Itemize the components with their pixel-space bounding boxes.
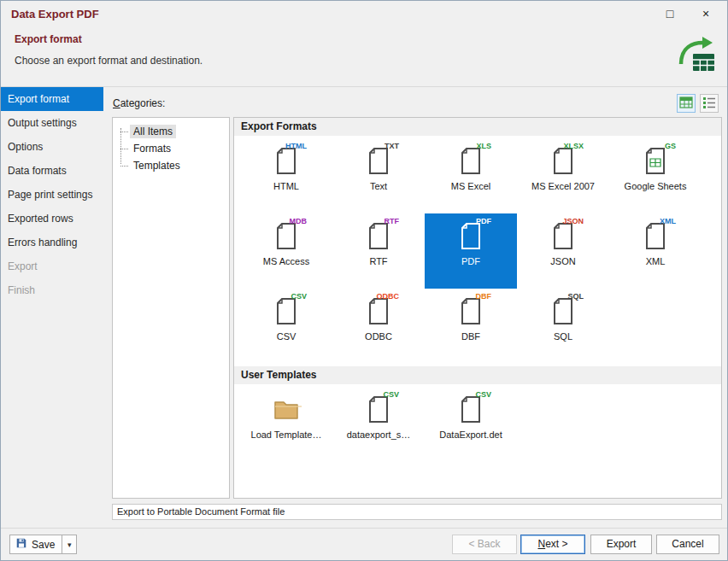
format-badge: MDB xyxy=(290,217,308,225)
format-caption: PDF xyxy=(461,256,480,267)
format-badge: JSON xyxy=(562,217,584,225)
next-button[interactable]: Next > xyxy=(520,535,585,554)
format-tile-dataexport-det[interactable]: CSVDataExport.det xyxy=(425,387,517,462)
sidebar-item-export-format[interactable]: Export format xyxy=(1,87,103,111)
section-header-user-templates: User Templates xyxy=(234,366,721,384)
wizard-header: Export format Choose an export format an… xyxy=(1,26,727,87)
sidebar-item-errors-handling[interactable]: Errors handling xyxy=(1,231,103,254)
document-icon: XML xyxy=(640,220,671,251)
document-icon: HTML xyxy=(271,145,302,176)
thumbnails-view-button[interactable] xyxy=(677,94,696,113)
format-caption: HTML xyxy=(273,181,299,192)
page-title: Export format xyxy=(15,33,82,45)
save-dropdown-button[interactable]: ▾ xyxy=(62,535,77,554)
document-icon: CSV xyxy=(271,295,302,326)
details-view-icon xyxy=(702,96,716,111)
close-button[interactable]: × xyxy=(688,1,724,26)
format-tile-dbf[interactable]: DBFDBF xyxy=(425,289,517,364)
format-caption: DBF xyxy=(461,331,480,342)
document-icon: RTF xyxy=(363,220,394,251)
format-badge: ODBC xyxy=(377,292,400,301)
format-badge: RTF xyxy=(385,217,400,225)
details-view-button[interactable] xyxy=(700,94,719,113)
sidebar-item-exported-rows[interactable]: Exported rows xyxy=(1,207,103,231)
format-tile-sql[interactable]: SQLSQL xyxy=(517,289,609,364)
format-badge: XLSX xyxy=(563,142,584,150)
thumbnails-view-icon xyxy=(679,96,693,111)
document-icon: JSON xyxy=(548,220,578,251)
document-icon: CSV xyxy=(363,394,394,424)
footer-bar: Save ▾ < Back Next > Export Cancel xyxy=(1,528,727,560)
format-badge: DBF xyxy=(476,292,492,301)
format-tile-pdf[interactable]: PDFPDF xyxy=(425,213,517,289)
folder-icon xyxy=(271,394,302,424)
document-icon: ODBC xyxy=(363,295,394,326)
document-icon: XLS xyxy=(455,145,486,176)
format-caption: RTF xyxy=(369,256,387,267)
format-caption: ODBC xyxy=(365,331,392,342)
format-tile-ms-access[interactable]: MDBMS Access xyxy=(240,213,332,289)
cancel-button[interactable]: Cancel xyxy=(656,535,719,554)
sidebar-item-page-print-settings[interactable]: Page print settings xyxy=(1,183,103,207)
tile-grid-export-formats: HTMLHTML TXTText XLSMS Excel XLSXMS Exce… xyxy=(234,136,721,366)
format-tile-text[interactable]: TXTText xyxy=(332,138,425,213)
format-badge: XLS xyxy=(476,142,491,150)
format-caption: MS Excel xyxy=(451,181,490,192)
format-badge: SQL xyxy=(567,292,584,301)
format-tile-csv[interactable]: CSVCSV xyxy=(240,289,332,364)
document-icon: SQL xyxy=(548,295,578,326)
format-caption: SQL xyxy=(554,331,572,342)
format-tile-dataexport-s[interactable]: CSVdataexport_s… xyxy=(332,387,425,462)
sidebar-item-data-formats[interactable]: Data formats xyxy=(1,159,103,183)
document-icon: TXT xyxy=(363,145,394,176)
status-bar: Export to Portable Document Format file xyxy=(112,504,722,520)
tree-item-label: Formats xyxy=(130,142,174,155)
format-badge: CSV xyxy=(291,292,307,301)
section-header-export-formats: Export Formats xyxy=(234,118,721,136)
tree-item-formats[interactable]: Formats xyxy=(130,140,229,157)
maximize-button[interactable]: □ xyxy=(652,1,688,26)
tree-item-templates[interactable]: Templates xyxy=(130,157,229,174)
document-icon: GS xyxy=(640,145,671,176)
sidebar-item-finish[interactable]: Finish xyxy=(1,278,103,302)
save-split-button: Save ▾ xyxy=(9,535,77,554)
chevron-down-icon: ▾ xyxy=(68,541,72,549)
format-tile-ms-excel[interactable]: XLSMS Excel xyxy=(425,138,517,213)
window-title: Data Export PDF xyxy=(11,8,99,20)
view-toggle-group xyxy=(677,94,719,113)
format-tile-ms-excel-2007[interactable]: XLSXMS Excel 2007 xyxy=(517,138,609,213)
format-caption: Google Sheets xyxy=(625,181,687,192)
title-bar: Data Export PDF □ × xyxy=(1,1,727,26)
back-button[interactable]: < Back xyxy=(452,535,517,554)
sidebar-item-output-settings[interactable]: Output settings xyxy=(1,111,103,135)
sidebar-item-export[interactable]: Export xyxy=(1,254,103,278)
format-caption: Load Template… xyxy=(251,430,322,441)
format-tile-xml[interactable]: XMLXML xyxy=(609,213,702,289)
categories-tree: All ItemsFormatsTemplates xyxy=(112,117,230,499)
tree-item-label: Templates xyxy=(130,159,184,172)
data-export-wizard-window: { "window": { "title": "Data Export PDF"… xyxy=(0,0,728,561)
format-caption: MS Excel 2007 xyxy=(531,181,595,192)
tree-item-label: All Items xyxy=(130,125,176,138)
format-badge: CSV xyxy=(383,390,399,399)
page-subtitle: Choose an export format and destination. xyxy=(15,55,203,67)
export-to-table-icon xyxy=(676,33,717,74)
format-caption: MS Access xyxy=(263,256,309,267)
format-badge: PDF xyxy=(476,217,491,225)
format-tile-load-template[interactable]: Load Template… xyxy=(240,387,332,462)
save-button[interactable]: Save xyxy=(9,535,62,554)
format-tile-odbc[interactable]: ODBCODBC xyxy=(332,289,425,364)
sidebar-item-options[interactable]: Options xyxy=(1,135,103,159)
format-tile-google-sheets[interactable]: GSGoogle Sheets xyxy=(609,138,702,213)
format-tile-html[interactable]: HTMLHTML xyxy=(240,138,332,213)
document-icon: MDB xyxy=(271,220,302,251)
format-badge: XML xyxy=(660,217,676,225)
format-caption: Text xyxy=(370,181,387,192)
export-button[interactable]: Export xyxy=(590,535,652,554)
window-controls: □ × xyxy=(652,1,724,26)
format-tile-json[interactable]: JSONJSON xyxy=(517,213,609,289)
format-caption: CSV xyxy=(277,331,296,342)
document-icon: DBF xyxy=(455,295,486,326)
format-tile-rtf[interactable]: RTFRTF xyxy=(332,213,425,289)
tree-item-all-items[interactable]: All Items xyxy=(130,123,229,140)
